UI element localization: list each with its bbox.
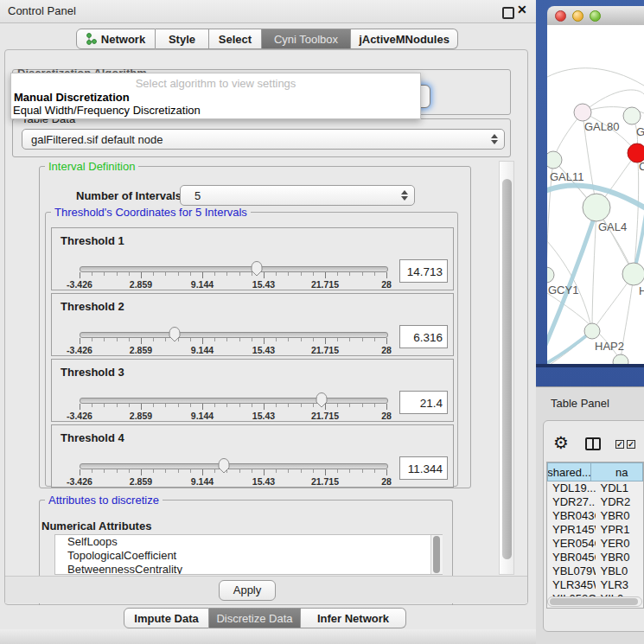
table-data-combobox[interactable]: galFiltered.sif default node xyxy=(22,129,505,150)
dropdown-option-manual[interactable]: Manual Discretization xyxy=(14,91,130,104)
tab-network[interactable]: Network xyxy=(76,29,156,49)
tick-label: -3.426 xyxy=(67,411,92,421)
threshold-slider-track[interactable] xyxy=(80,266,388,272)
threshold-value-field[interactable]: 21.4 xyxy=(399,391,448,414)
threshold-slider-track[interactable] xyxy=(80,332,388,338)
column-header[interactable]: na xyxy=(591,462,643,481)
table-row[interactable]: YDL19...YDL1 xyxy=(547,481,643,495)
tab-impute-data[interactable]: Impute Data xyxy=(124,608,209,628)
threshold-slider-track[interactable] xyxy=(80,463,388,469)
network-node[interactable] xyxy=(547,151,562,169)
network-edge[interactable] xyxy=(547,331,592,364)
threshold-slider-thumb[interactable] xyxy=(168,326,182,342)
threshold-slider-thumb[interactable] xyxy=(250,260,264,277)
zoom-traffic-light-icon[interactable] xyxy=(590,10,601,22)
attributes-scrollbar[interactable] xyxy=(430,535,443,574)
tick-label: 9.144 xyxy=(191,279,214,290)
tick-label: 2.859 xyxy=(130,411,152,421)
threshold-block: Threshold 2 -3.4262.8599.14415.4321.7152… xyxy=(51,293,454,356)
tick-label: 2.859 xyxy=(130,345,152,355)
table-cell: YBR043C xyxy=(547,509,596,523)
network-node[interactable] xyxy=(574,104,591,121)
threshold-slider-thumb[interactable] xyxy=(315,392,328,408)
network-node[interactable] xyxy=(584,323,600,339)
threshold-value-field[interactable]: 11.344 xyxy=(399,456,448,480)
attribute-list-item[interactable]: BetweennessCentrality xyxy=(55,563,442,575)
float-window-icon[interactable] xyxy=(502,7,514,19)
gear-icon[interactable]: ⚙ xyxy=(553,434,569,451)
close-icon[interactable]: ✕ xyxy=(517,3,527,16)
application-window: Control Panel ✕ NetworkStyleSelectCyni T… xyxy=(0,0,644,644)
column-header[interactable]: shared... xyxy=(547,462,591,481)
dropdown-placeholder-option[interactable]: Select algorithm to view settings xyxy=(11,77,420,90)
node-table[interactable]: shared...na YDL19...YDL1YDR27...YDR2YBR0… xyxy=(546,462,644,609)
tab-label: Cyni Toolbox xyxy=(274,33,338,46)
dropdown-option-equal-width[interactable]: Equal Width/Frequency Discretization xyxy=(13,104,201,117)
settings-scrollbar-thumb[interactable] xyxy=(502,179,512,559)
tick-label: 9.144 xyxy=(191,476,214,487)
table-panel-title: Table Panel xyxy=(551,397,609,410)
table-row[interactable]: YBL079WYBL0 xyxy=(547,564,643,578)
table-cell: YBR0 xyxy=(596,509,644,523)
table-row[interactable]: YPR145WYPR1 xyxy=(547,523,643,537)
table-hscrollbar-thumb[interactable] xyxy=(550,598,638,605)
tick-label: 15.43 xyxy=(252,476,275,487)
network-canvas[interactable]: GAL80GACGAL11GAL4GCY1HHAP2 xyxy=(547,25,644,364)
threshold-slider-thumb[interactable] xyxy=(217,457,231,474)
node-label: GCY1 xyxy=(548,284,578,296)
tick-label: 28 xyxy=(381,345,392,355)
table-row[interactable]: YER054CYER0 xyxy=(547,537,643,551)
table-data-value: galFiltered.sif default node xyxy=(22,133,488,146)
settings-scrollbar-track[interactable] xyxy=(499,161,514,575)
network-edge[interactable] xyxy=(547,68,644,86)
network-node[interactable] xyxy=(622,263,644,285)
tab-style[interactable]: Style xyxy=(156,29,209,49)
tab-jactivemnodules[interactable]: jActiveMNodules xyxy=(351,29,458,49)
checkbox-all-icon[interactable]: ✓ xyxy=(615,440,624,449)
tick-label: 21.715 xyxy=(311,279,339,290)
numerical-attributes-label: Numerical Attributes xyxy=(41,520,151,532)
tick-label: 15.43 xyxy=(252,345,275,355)
tab-infer-network[interactable]: Infer Network xyxy=(301,608,406,628)
number-of-intervals-combobox[interactable]: 5 xyxy=(180,185,415,206)
tab-discretize-data[interactable]: Discretize Data xyxy=(209,608,301,628)
tick-label: -3.426 xyxy=(67,279,92,290)
minimize-traffic-light-icon[interactable] xyxy=(572,10,583,22)
table-cell: YBR045C xyxy=(547,551,596,564)
attribute-list-item[interactable]: SelfLoops xyxy=(55,535,442,549)
threshold-slider-track[interactable] xyxy=(80,398,388,404)
table-data-group: Table Data galFiltered.sif default node xyxy=(12,118,511,157)
tab-label: Discretize Data xyxy=(216,612,292,625)
network-node[interactable] xyxy=(583,194,610,221)
columns-icon[interactable] xyxy=(585,437,601,450)
node-label: GAL4 xyxy=(598,220,627,233)
threshold-label: Threshold 1 xyxy=(61,234,124,247)
network-node[interactable] xyxy=(547,267,554,283)
close-traffic-light-icon[interactable] xyxy=(555,10,566,22)
threshold-label: Threshold 3 xyxy=(61,366,124,379)
tick-label: 21.715 xyxy=(311,345,339,355)
tick-label: 15.43 xyxy=(252,279,275,290)
threshold-value-field[interactable]: 14.713 xyxy=(399,259,448,283)
tick-label: 28 xyxy=(381,476,392,487)
thresholds-group-title: Threshold's Coordinates for 5 Intervals xyxy=(51,206,251,219)
numerical-attributes-list[interactable]: SelfLoopsTopologicalCoefficientBetweenne… xyxy=(54,534,443,575)
threshold-value-field[interactable]: 6.316 xyxy=(399,325,448,348)
network-window-titlebar[interactable] xyxy=(547,6,644,26)
table-hscrollbar[interactable] xyxy=(547,596,642,607)
apply-button[interactable]: Apply xyxy=(219,580,276,601)
checkbox-some-icon[interactable]: ✓ xyxy=(627,440,635,449)
table-row[interactable]: YLR345WYLR3 xyxy=(547,578,643,592)
table-cell: YBL0 xyxy=(596,564,644,578)
table-row[interactable]: YBR045CYBR0 xyxy=(547,551,643,564)
tab-cyni-toolbox[interactable]: Cyni Toolbox xyxy=(262,29,351,49)
tab-select[interactable]: Select xyxy=(209,29,262,49)
network-node[interactable] xyxy=(613,354,628,364)
network-graph: GAL80GACGAL11GAL4GCY1HHAP2 xyxy=(547,25,644,364)
table-row[interactable]: YDR27...YDR2 xyxy=(547,495,643,509)
threshold-block: Threshold 3 -3.4262.8599.14415.4321.7152… xyxy=(51,359,454,422)
table-row[interactable]: YBR043CYBR0 xyxy=(547,509,643,523)
table-header-row[interactable]: shared...na xyxy=(547,462,643,481)
attribute-list-item[interactable]: TopologicalCoefficient xyxy=(55,549,442,563)
network-node[interactable] xyxy=(623,107,641,124)
